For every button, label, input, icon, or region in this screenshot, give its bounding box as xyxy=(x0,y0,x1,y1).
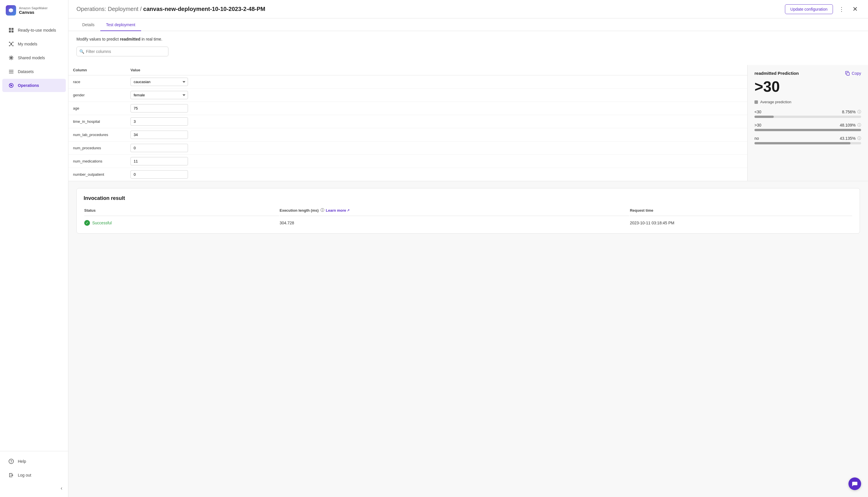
svg-line-11 xyxy=(10,45,11,45)
input-age[interactable] xyxy=(131,104,188,112)
prob-info-icon[interactable]: ⓘ xyxy=(857,123,861,128)
column-value-cell xyxy=(126,102,747,115)
prediction-title-suffix: Prediction xyxy=(777,71,799,76)
table-row: num_procedures xyxy=(69,142,747,155)
tab-test-deployment[interactable]: Test deployment xyxy=(100,18,141,31)
svg-point-7 xyxy=(9,45,10,46)
column-name-cell: age xyxy=(69,102,126,115)
status-value: Successful xyxy=(92,221,112,225)
column-value-cell xyxy=(126,155,747,168)
page-title: Operations: Deployment / canvas-new-depl… xyxy=(76,6,265,12)
header-close-button[interactable]: ✕ xyxy=(850,4,860,14)
two-col-layout: Column Value racecaucasianAfricanAmerica… xyxy=(69,65,868,181)
sidebar-item-label: Shared models xyxy=(18,56,45,60)
sidebar-item-operations[interactable]: Operations xyxy=(2,79,66,92)
select-gender[interactable]: femalemale xyxy=(131,91,188,99)
avg-prediction-label: Average prediction xyxy=(760,100,791,104)
success-check-icon: ✓ xyxy=(84,220,90,226)
sidebar-item-shared-models[interactable]: Shared models xyxy=(2,51,66,65)
input-num_medications[interactable] xyxy=(131,157,188,165)
table-row: number_outpatient xyxy=(69,168,747,181)
sidebar-collapse[interactable]: ‹ xyxy=(0,482,68,491)
input-num_lab_procedures[interactable] xyxy=(131,131,188,139)
tabs-bar: Details Test deployment xyxy=(69,18,868,31)
sidebar-item-ready-to-use-models[interactable]: Ready-to-use models xyxy=(2,24,66,37)
grid-icon xyxy=(8,27,14,33)
prob-bar-fill xyxy=(754,116,774,118)
execution-info-icon[interactable]: ⓘ xyxy=(321,208,324,213)
tab-details[interactable]: Details xyxy=(76,18,100,31)
prediction-value: >30 xyxy=(754,78,861,95)
input-number_outpatient[interactable] xyxy=(131,170,188,179)
table-row: time_in_hospital xyxy=(69,115,747,128)
list-icon xyxy=(8,69,14,75)
dial-icon xyxy=(8,82,14,89)
svg-rect-25 xyxy=(847,72,849,75)
status-col-header: Status xyxy=(84,208,279,216)
prob-info-icon[interactable]: ⓘ xyxy=(857,136,861,141)
sidebar-item-logout[interactable]: Log out xyxy=(2,469,66,482)
collapse-button[interactable]: ‹ xyxy=(61,485,62,491)
filter-row: 🔍 xyxy=(76,46,860,56)
page-header: Operations: Deployment / canvas-new-depl… xyxy=(69,0,868,18)
prob-bar-fill xyxy=(754,129,861,131)
status-success: ✓ Successful xyxy=(84,220,268,226)
column-value-cell xyxy=(126,115,747,128)
circle-nodes-icon xyxy=(8,41,14,47)
sidebar-item-label: Operations xyxy=(18,83,39,88)
svg-point-6 xyxy=(12,42,14,43)
prob-bar-bg xyxy=(754,142,861,144)
copy-button[interactable]: Copy xyxy=(845,71,861,76)
prob-label-row: <30 8.756% ⓘ xyxy=(754,109,861,114)
select-race[interactable]: caucasianAfricanAmericanHispanicAsianOth… xyxy=(131,78,188,86)
app-title-top: Amazon SageMaker xyxy=(19,6,48,10)
column-name-cell: num_procedures xyxy=(69,142,126,155)
filter-wrapper: 🔍 xyxy=(76,46,168,56)
svg-line-9 xyxy=(10,43,11,43)
column-name-cell: num_lab_procedures xyxy=(69,128,126,142)
column-value-cell: femalemale xyxy=(126,89,747,102)
sidebar-item-label: My models xyxy=(18,42,38,46)
sidebar-item-datasets[interactable]: Datasets xyxy=(2,65,66,78)
table-row: genderfemalemale xyxy=(69,89,747,102)
chat-bubble[interactable] xyxy=(849,478,861,490)
invocation-section: Invocation result Status Execution lengt… xyxy=(76,188,860,233)
svg-rect-0 xyxy=(9,28,11,30)
svg-rect-19 xyxy=(9,73,14,73)
predict-description: Modify values to predict readmitted in r… xyxy=(76,37,860,41)
prob-bar-bg xyxy=(754,129,861,131)
prob-bar-fill xyxy=(754,142,851,144)
sidebar-item-label: Help xyxy=(18,459,26,464)
learn-more-link[interactable]: Learn more ↗ xyxy=(326,208,350,213)
logout-icon xyxy=(8,472,14,478)
invocation-result-row: ✓ Successful 304.728 2023-10-11 03:18:45… xyxy=(84,216,852,226)
sidebar-item-label: Ready-to-use models xyxy=(18,28,56,32)
execution-length-cell: 304.728 xyxy=(280,216,630,226)
probability-row: >30 48.109% ⓘ xyxy=(754,123,861,131)
header-menu-button[interactable]: ⋮ xyxy=(836,4,847,14)
input-time_in_hospital[interactable] xyxy=(131,117,188,126)
scrollable-content: Modify values to predict readmitted in r… xyxy=(69,31,868,497)
copy-label: Copy xyxy=(852,71,861,76)
svg-point-21 xyxy=(10,85,12,86)
table-row: racecaucasianAfricanAmericanHispanicAsia… xyxy=(69,75,747,89)
input-num_procedures[interactable] xyxy=(131,144,188,152)
update-config-button[interactable]: Update configuration xyxy=(785,4,833,14)
svg-rect-17 xyxy=(9,70,14,70)
table-row: num_medications xyxy=(69,155,747,168)
page-title-prefix: Operations: Deployment / xyxy=(76,6,143,12)
sidebar-item-help[interactable]: ? Help xyxy=(2,455,66,468)
prediction-panel: readmitted Prediction Copy >30 Average p… xyxy=(747,65,868,181)
column-name-cell: race xyxy=(69,75,126,89)
search-icon: 🔍 xyxy=(79,49,84,54)
svg-rect-18 xyxy=(9,71,14,72)
prediction-title: readmitted Prediction xyxy=(754,71,799,76)
snowflake-icon xyxy=(8,55,14,61)
svg-rect-1 xyxy=(12,28,14,30)
sidebar-item-my-models[interactable]: My models xyxy=(2,38,66,51)
prob-info-icon[interactable]: ⓘ xyxy=(857,109,861,114)
description-area: Modify values to predict readmitted in r… xyxy=(69,31,868,65)
prob-percentage: 48.109% xyxy=(840,123,856,127)
filter-input[interactable] xyxy=(76,46,168,56)
probability-row: <30 8.756% ⓘ xyxy=(754,109,861,118)
